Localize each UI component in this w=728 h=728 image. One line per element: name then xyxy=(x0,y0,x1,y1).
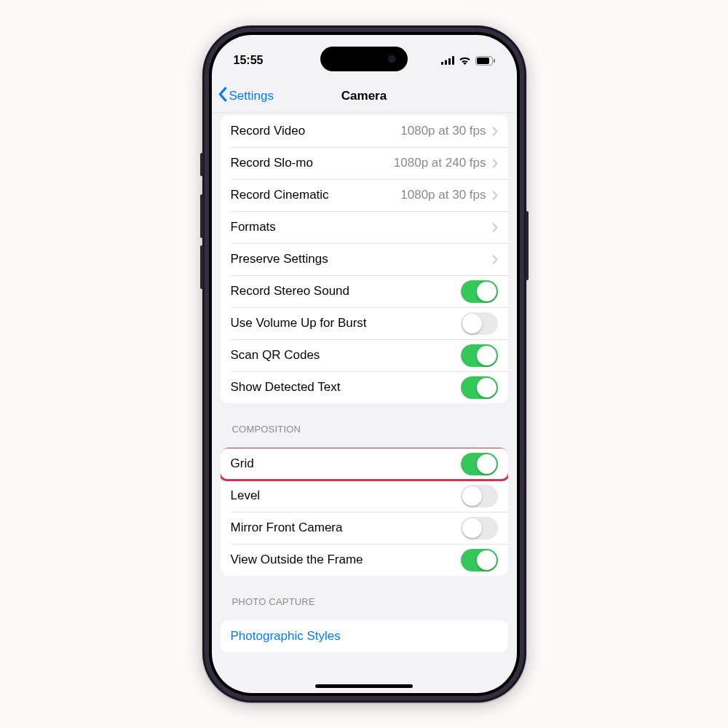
toggle-grid[interactable] xyxy=(461,453,498,475)
row-label: Preserve Settings xyxy=(231,252,492,266)
row-scan-qr-codes[interactable]: Scan QR Codes xyxy=(221,339,508,371)
row-label: View Outside the Frame xyxy=(231,553,461,567)
row-value: 1080p at 30 fps xyxy=(400,188,486,202)
back-button[interactable]: Settings xyxy=(212,87,274,106)
row-label: Level xyxy=(231,488,461,503)
toggle-record-stereo-sound[interactable] xyxy=(461,280,498,303)
row-record-stereo-sound[interactable]: Record Stereo Sound xyxy=(221,275,508,307)
dynamic-island xyxy=(320,47,408,71)
chevron-right-icon xyxy=(492,223,498,232)
row-show-detected-text[interactable]: Show Detected Text xyxy=(221,371,508,403)
row-label: Grid xyxy=(231,456,461,471)
svg-rect-3 xyxy=(452,56,454,65)
screen: 15:55 xyxy=(212,35,517,693)
chevron-right-icon xyxy=(492,191,498,200)
row-label: Record Video xyxy=(231,124,401,138)
settings-content[interactable]: Record Video1080p at 30 fpsRecord Slo-mo… xyxy=(212,106,517,693)
row-record-cinematic[interactable]: Record Cinematic1080p at 30 fps xyxy=(221,179,508,211)
row-preserve-settings[interactable]: Preserve Settings xyxy=(221,243,508,275)
row-volume-up-burst[interactable]: Use Volume Up for Burst xyxy=(221,307,508,339)
svg-rect-2 xyxy=(448,58,451,65)
power-button[interactable] xyxy=(526,211,529,280)
settings-group: Record Video1080p at 30 fpsRecord Slo-mo… xyxy=(221,115,508,403)
row-grid[interactable]: Grid xyxy=(221,448,508,480)
toggle-scan-qr-codes[interactable] xyxy=(461,344,498,367)
settings-group: Photographic Styles xyxy=(221,620,508,652)
chevron-right-icon xyxy=(492,159,498,168)
row-level[interactable]: Level xyxy=(221,480,508,512)
chevron-right-icon xyxy=(492,127,498,136)
row-value: 1080p at 30 fps xyxy=(400,124,486,138)
chevron-right-icon xyxy=(492,255,498,264)
svg-rect-5 xyxy=(477,58,489,64)
toggle-show-detected-text[interactable] xyxy=(461,376,498,399)
home-indicator[interactable] xyxy=(315,684,413,688)
back-label: Settings xyxy=(229,89,274,103)
row-formats[interactable]: Formats xyxy=(221,211,508,243)
row-view-outside-frame[interactable]: View Outside the Frame xyxy=(221,544,508,576)
toggle-mirror-front-camera[interactable] xyxy=(461,517,498,539)
wifi-icon xyxy=(459,56,471,65)
section-header: COMPOSITION xyxy=(232,424,496,435)
row-label: Use Volume Up for Burst xyxy=(231,316,461,331)
svg-rect-6 xyxy=(494,59,495,63)
phone-frame: 15:55 xyxy=(202,25,526,703)
section-header: PHOTO CAPTURE xyxy=(232,596,496,607)
settings-group: GridLevelMirror Front CameraView Outside… xyxy=(221,448,508,576)
volume-up-button[interactable] xyxy=(200,194,203,238)
row-label: Scan QR Codes xyxy=(231,348,461,363)
row-label: Photographic Styles xyxy=(231,629,341,644)
row-label: Mirror Front Camera xyxy=(231,521,461,535)
chevron-left-icon xyxy=(218,87,227,106)
row-label: Record Stereo Sound xyxy=(231,284,461,298)
row-label: Record Cinematic xyxy=(231,188,401,202)
battery-icon xyxy=(475,56,495,66)
mute-switch[interactable] xyxy=(200,153,203,176)
status-time: 15:55 xyxy=(234,54,264,67)
row-record-video[interactable]: Record Video1080p at 30 fps xyxy=(221,115,508,147)
row-label: Show Detected Text xyxy=(231,380,461,395)
row-photographic-styles[interactable]: Photographic Styles xyxy=(221,620,508,652)
svg-rect-1 xyxy=(445,60,447,66)
row-label: Record Slo-mo xyxy=(231,156,394,170)
svg-rect-0 xyxy=(441,62,443,65)
volume-down-button[interactable] xyxy=(200,245,203,289)
toggle-view-outside-frame[interactable] xyxy=(461,549,498,571)
toggle-volume-up-burst[interactable] xyxy=(461,312,498,335)
row-value: 1080p at 240 fps xyxy=(394,156,486,170)
row-label: Formats xyxy=(231,220,492,234)
cellular-icon xyxy=(441,56,454,65)
row-record-slomo[interactable]: Record Slo-mo1080p at 240 fps xyxy=(221,147,508,179)
toggle-level[interactable] xyxy=(461,485,498,507)
row-mirror-front-camera[interactable]: Mirror Front Camera xyxy=(221,512,508,544)
